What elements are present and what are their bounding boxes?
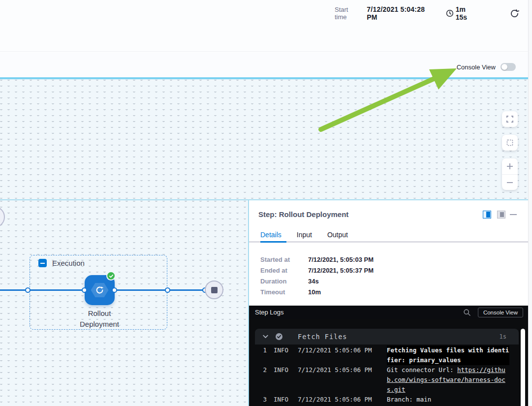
detail-value: 34s [308, 278, 374, 285]
layout-bottom-panel-icon[interactable] [497, 211, 505, 219]
step-logs-bar: Step Logs Console View [249, 306, 528, 319]
log-line-number: 1 [249, 345, 267, 355]
log-line: 1 INFO 7/12/2021 5:05:06 PM Fetching Val… [249, 345, 519, 365]
start-time-value: 7/12/2021 5:04:28 PM [367, 5, 437, 21]
search-icon[interactable] [463, 309, 471, 316]
logs-actions: Console View [463, 308, 523, 317]
start-time-label: Start time [335, 6, 362, 21]
refresh-icon [509, 8, 520, 19]
connector-dot [165, 287, 170, 293]
detail-label: Duration [260, 278, 308, 285]
detail-label: Timeout [260, 288, 308, 296]
minimize-panel-icon[interactable] [510, 214, 517, 215]
log-group-name: Fetch Files [298, 333, 347, 341]
step-detail-list: Started at 7/12/2021, 5:05:03 PM Ended a… [260, 256, 374, 296]
log-level: INFO [274, 395, 290, 405]
detail-value: 7/12/2021, 5:05:03 PM [308, 256, 374, 263]
execution-group-header: Execution [38, 259, 85, 267]
graph-toolbar: Console View [0, 52, 532, 77]
execution-group-label: Execution [52, 259, 85, 267]
elapsed-duration: 1m 15s [446, 5, 479, 21]
run-meta: Start time 7/12/2021 5:04:28 PM 1m 15s [335, 5, 532, 21]
detail-label: Ended at [260, 267, 308, 274]
pipeline-canvas[interactable] [0, 79, 532, 199]
log-group-duration: 1s [500, 333, 506, 340]
node-label-line1: Rollout [60, 308, 139, 319]
page-scrollbar-track[interactable] [528, 0, 532, 406]
log-timestamp: 7/12/2021 5:05:06 PM [298, 395, 374, 405]
tab-input[interactable]: Input [297, 231, 312, 242]
toggle-knob [501, 64, 507, 70]
stop-square-icon [211, 287, 218, 293]
detail-value: 10m [308, 288, 374, 296]
log-group-header[interactable]: Fetch Files 1s [255, 329, 519, 344]
fullscreen-icon [506, 116, 513, 123]
plus-icon [506, 162, 514, 170]
console-view-button[interactable]: Console View [478, 308, 523, 317]
tab-output[interactable]: Output [327, 231, 348, 242]
zoom-out-button[interactable] [502, 175, 518, 190]
log-line: 2 INFO 7/12/2021 5:05:06 PM Git connecto… [249, 365, 519, 395]
log-message-text: Git connector Url: [387, 366, 457, 374]
check-circle-icon [275, 333, 283, 341]
log-level: INFO [274, 345, 290, 355]
panel-tabs: Details Input Output [260, 231, 348, 242]
node-caption: Rollout Deployment [60, 308, 139, 330]
offscreen-node-edge [0, 206, 5, 228]
end-node [205, 281, 223, 299]
log-timestamp: 7/12/2021 5:05:06 PM [298, 345, 374, 355]
execution-canvas[interactable]: Execution Rollout Deployment [0, 200, 248, 406]
console-view-toggle[interactable] [501, 63, 516, 71]
log-message: Fetching Values files with identifier: p… [387, 345, 509, 365]
detail-value: 7/12/2021, 5:05:37 PM [308, 267, 374, 274]
step-logs-title: Step Logs [255, 309, 284, 316]
refresh-button[interactable] [509, 8, 520, 19]
log-level: INFO [274, 365, 290, 375]
fit-to-view-icon [506, 139, 513, 146]
rollout-icon [95, 285, 104, 295]
minus-icon [506, 179, 514, 187]
node-label-line2: Deployment [60, 319, 139, 330]
console-view-control: Console View [457, 63, 516, 71]
check-icon [109, 274, 114, 279]
log-line-number: 2 [249, 365, 267, 375]
active-tab-underline [260, 241, 286, 243]
zoom-control-group [502, 158, 518, 190]
console-view-label: Console View [457, 63, 496, 71]
connector-dot [112, 287, 117, 293]
step-hexagon [91, 282, 109, 298]
tabs-separator [249, 241, 528, 243]
log-timestamp: 7/12/2021 5:05:06 PM [298, 365, 374, 375]
fit-to-view-button[interactable] [502, 135, 518, 151]
page-header: Start time 7/12/2021 5:04:28 PM 1m 15s [0, 0, 532, 52]
log-scrollbar-thumb[interactable] [521, 329, 525, 406]
detail-label: Started at [260, 256, 308, 263]
tab-details[interactable]: Details [260, 231, 282, 242]
log-line-number: 3 [249, 395, 267, 405]
chevron-down-icon [263, 335, 268, 339]
connector-dot [25, 287, 31, 293]
log-line: 3 INFO 7/12/2021 5:05:06 PM Branch: main [249, 395, 519, 405]
clock-icon [446, 9, 454, 17]
step-details-panel: Step: Rollout Deployment Details Input O… [249, 200, 528, 406]
zoom-in-button[interactable] [502, 158, 518, 174]
panel-title: Step: Rollout Deployment [258, 210, 348, 219]
log-lines: 1 INFO 7/12/2021 5:05:06 PM Fetching Val… [249, 345, 519, 405]
collapse-group-icon[interactable] [38, 259, 47, 267]
execution-page: Start time 7/12/2021 5:04:28 PM 1m 15s C… [0, 0, 532, 406]
log-message: Branch: main [387, 395, 509, 405]
success-badge [106, 271, 116, 281]
log-area: Fetch Files 1s 1 INFO 7/12/2021 5:05:06 … [249, 319, 528, 406]
layout-right-panel-icon[interactable] [483, 211, 491, 219]
connector-dot [82, 287, 87, 293]
fullscreen-button[interactable] [502, 111, 518, 127]
log-message: Git connector Url: https://github.com/wi… [387, 365, 509, 395]
